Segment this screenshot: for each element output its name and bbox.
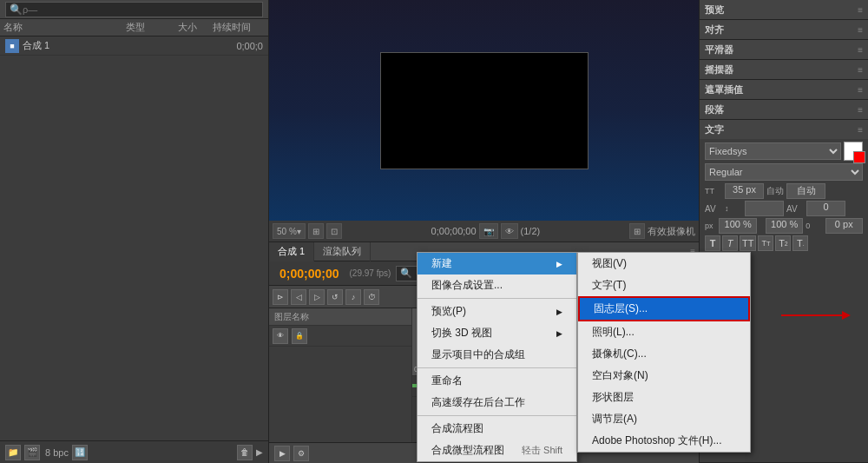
format-btn-sub[interactable]: T. bbox=[792, 235, 808, 251]
panel-header-text[interactable]: 文字 ≡ bbox=[700, 120, 868, 139]
submenu-item-solid[interactable]: 固志层(S)... bbox=[578, 296, 750, 321]
menu-item-cache-bg-label: 高速缓存在后台工作 bbox=[431, 395, 525, 410]
submenu-item-text-label: 文字(T) bbox=[592, 278, 626, 293]
viewer-snapshot-button[interactable]: 📷 bbox=[479, 223, 498, 239]
new-folder-button[interactable]: 📁 bbox=[5, 445, 21, 460]
color-settings-button[interactable]: 🔢 bbox=[72, 445, 88, 460]
stroke-color-swatch[interactable] bbox=[853, 151, 865, 163]
tl-clock-button[interactable]: ⏱ bbox=[364, 289, 379, 305]
text-color-swatch[interactable] bbox=[844, 142, 863, 161]
menu-item-comp-mini-flowchart[interactable]: 合成微型流程图 轻击 Shift bbox=[418, 440, 576, 461]
tl-loop-button[interactable]: ↺ bbox=[327, 289, 343, 305]
baseline-shift-field[interactable]: 0 px bbox=[825, 218, 863, 234]
submenu-item-null[interactable]: 空白对象(N) bbox=[578, 365, 750, 387]
zoom-label: 50 % bbox=[277, 227, 297, 236]
format-btn-smallcaps[interactable]: TT bbox=[758, 235, 773, 251]
tl-audio-button[interactable]: ♪ bbox=[345, 289, 361, 305]
submenu-item-view[interactable]: 视图(V) bbox=[578, 253, 750, 274]
tracking-field[interactable]: 0 bbox=[806, 201, 845, 216]
kerning-label: AV bbox=[705, 204, 722, 214]
panel-collapse-paragraph[interactable]: ≡ bbox=[858, 105, 863, 115]
menu-item-new[interactable]: 新建 bbox=[418, 253, 576, 274]
menu-item-cache-bg[interactable]: 高速缓存在后台工作 bbox=[418, 392, 576, 413]
menu-item-rename[interactable]: 重命名 bbox=[418, 370, 576, 392]
col-header-duration: 持续时间 bbox=[213, 21, 265, 34]
viewer-resize-button[interactable]: ⊡ bbox=[326, 223, 342, 239]
kerning-field[interactable] bbox=[745, 201, 784, 216]
new-comp-button[interactable]: 🎬 bbox=[24, 445, 40, 460]
submenu-item-view-label: 视图(V) bbox=[592, 256, 627, 271]
submenu-item-adjustment-label: 调节层(A) bbox=[592, 412, 637, 427]
leading-field[interactable]: 自动 bbox=[786, 183, 825, 199]
submenu-item-camera[interactable]: 摄像机(C)... bbox=[578, 343, 750, 365]
panel-collapse-align[interactable]: ≡ bbox=[858, 25, 863, 35]
tl-frameback-button[interactable]: ◁ bbox=[291, 289, 306, 305]
panel-header-smoother[interactable]: 平滑器 ≡ bbox=[700, 40, 868, 59]
vertical-scale-field[interactable]: 100 % bbox=[719, 218, 756, 234]
kerning-icon: ↕ bbox=[725, 204, 742, 213]
panel-header-wiggler[interactable]: 摇摆器 ≡ bbox=[700, 60, 868, 79]
panel-header-maskinterp[interactable]: 遮罩插值 ≡ bbox=[700, 80, 868, 99]
composition-canvas bbox=[380, 52, 589, 169]
font-style-row: Regular bbox=[705, 163, 863, 181]
panel-header-paragraph[interactable]: 段落 ≡ bbox=[700, 100, 868, 119]
menu-item-switch-3d[interactable]: 切换 3D 视图 bbox=[418, 322, 576, 344]
tl-frameforward-button[interactable]: ▷ bbox=[309, 289, 325, 305]
font-style-select[interactable]: Regular bbox=[705, 163, 863, 181]
panel-collapse-maskinterp[interactable]: ≡ bbox=[858, 85, 863, 95]
panel-header-preview[interactable]: 预览 ≡ bbox=[700, 0, 868, 19]
format-btn-bold[interactable]: T bbox=[705, 235, 720, 251]
project-item-name: 合成 1 bbox=[23, 39, 49, 52]
panel-collapse-wiggler[interactable]: ≡ bbox=[858, 65, 863, 75]
tab-render-queue[interactable]: 渲染队列 bbox=[314, 242, 371, 261]
track-eye-button[interactable]: 👁 bbox=[273, 328, 288, 344]
menu-sep-3 bbox=[418, 415, 576, 416]
panel-title-align: 对齐 bbox=[705, 23, 724, 36]
panel-title-text: 文字 bbox=[705, 123, 724, 136]
font-size-field[interactable]: 35 px bbox=[725, 183, 764, 199]
panel-collapse-preview[interactable]: ≡ bbox=[858, 5, 863, 15]
viewer-grid2-button[interactable]: ⊞ bbox=[629, 223, 645, 239]
tl-play-button[interactable]: ⊳ bbox=[273, 289, 288, 305]
project-search-input[interactable] bbox=[23, 4, 259, 15]
submenu-item-photoshop[interactable]: Adobe Photoshop 文件(H)... bbox=[578, 430, 750, 452]
tl-search-icon: 🔍 bbox=[400, 268, 412, 279]
panel-section-maskinterp: 遮罩插值 ≡ bbox=[700, 80, 868, 100]
menu-item-comp-flowchart[interactable]: 合成流程图 bbox=[418, 418, 576, 440]
layer-name-header: 图层名称 bbox=[274, 311, 309, 323]
viewer-grid-button[interactable]: ⊞ bbox=[308, 223, 324, 239]
format-btn-super[interactable]: T2 bbox=[775, 235, 791, 251]
menu-item-comp-settings[interactable]: 图像合成设置... bbox=[418, 274, 576, 296]
track-header-label: 图层名称 bbox=[269, 308, 411, 326]
panel-collapse-smoother[interactable]: ≡ bbox=[858, 45, 863, 55]
format-btn-allcaps[interactable]: TT bbox=[740, 235, 756, 251]
submenu-item-shape-label: 形状图层 bbox=[592, 390, 634, 405]
format-btn-italic[interactable]: T bbox=[722, 235, 738, 251]
submenu-item-text[interactable]: 文字(T) bbox=[578, 274, 750, 296]
submenu-item-light[interactable]: 照明(L)... bbox=[578, 321, 750, 343]
menu-item-show-comp-groups[interactable]: 显示项目中的合成组 bbox=[418, 344, 576, 366]
search-input-wrapper[interactable]: 🔍 bbox=[5, 2, 263, 17]
project-search-bar[interactable]: 🔍 bbox=[0, 0, 268, 19]
horizontal-scale-field[interactable]: 100 % bbox=[766, 218, 803, 234]
tl-render-button[interactable]: ▶ bbox=[274, 446, 290, 461]
panel-header-align[interactable]: 对齐 ≡ bbox=[700, 20, 868, 39]
project-item-comp1[interactable]: ■ 合成 1 0;00;0 bbox=[0, 36, 268, 56]
trash-button[interactable]: 🗑 bbox=[237, 445, 253, 460]
viewer-zoom-select[interactable]: 50 % ▾ bbox=[273, 223, 306, 239]
submenu-item-adjustment[interactable]: 调节层(A) bbox=[578, 408, 750, 430]
viewer-showsnapshot-button[interactable]: 👁 bbox=[501, 223, 518, 239]
menu-item-rename-label: 重命名 bbox=[431, 374, 463, 388]
panel-collapse-text[interactable]: ≡ bbox=[858, 125, 863, 135]
current-time-display[interactable]: 0;00;00;00 bbox=[274, 267, 345, 281]
track-audio-button[interactable]: 🔒 bbox=[292, 328, 307, 344]
viewer-time-label: 0;00;00;00 bbox=[431, 226, 477, 236]
font-name-select[interactable]: Fixedsys bbox=[705, 142, 841, 160]
submenu-item-shape[interactable]: 形状图层 bbox=[578, 387, 750, 408]
col-header-name: 名称 bbox=[3, 21, 126, 34]
scale-row: px 100 % 100 % 0 0 px bbox=[705, 218, 863, 234]
menu-item-preview[interactable]: 预览(P) bbox=[418, 301, 576, 322]
tl-settings-button[interactable]: ⚙ bbox=[293, 446, 309, 461]
app-container: 🔍 名称 类型 大小 持续时间 ■ 合成 1 0;00;0 📁 🎬 8 bpc … bbox=[0, 0, 868, 463]
tab-comp1[interactable]: 合成 1 bbox=[269, 242, 314, 261]
